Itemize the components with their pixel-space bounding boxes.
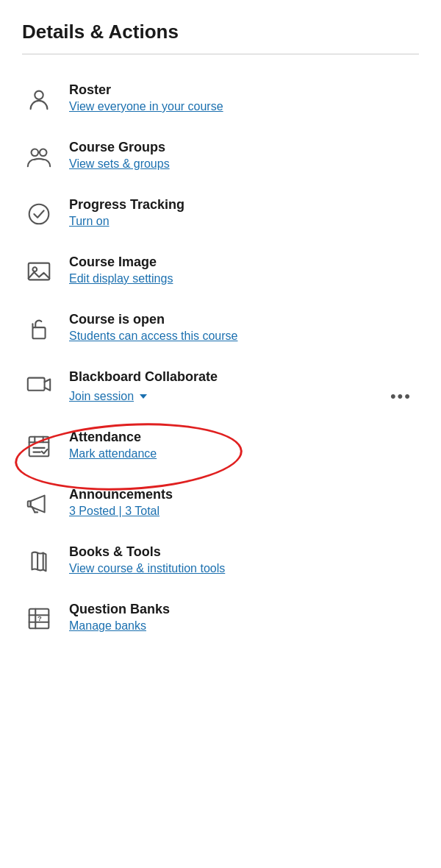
attendance-title: Attendance: [69, 430, 419, 445]
svg-point-2: [40, 149, 47, 157]
list-item: Books & Tools View course & institution …: [22, 533, 419, 590]
join-session-link[interactable]: Join session: [69, 390, 134, 403]
course-open-icon: [22, 312, 56, 346]
progress-tracking-icon: [22, 197, 56, 231]
actions-list: Roster View everyone in your course Cour…: [22, 71, 419, 647]
svg-rect-6: [32, 327, 45, 338]
list-item: Course Image Edit display settings: [22, 243, 419, 300]
progress-tracking-content: Progress Tracking Turn on: [69, 197, 419, 228]
collaborate-content: Blackboard Collaborate Join session •••: [69, 369, 419, 406]
collaborate-title: Blackboard Collaborate: [69, 369, 419, 385]
svg-text:?: ?: [37, 614, 42, 622]
svg-point-0: [35, 91, 43, 99]
books-tools-content: Books & Tools View course & institution …: [69, 544, 419, 575]
books-tools-title: Books & Tools: [69, 544, 419, 560]
course-groups-link[interactable]: View sets & groups: [69, 157, 170, 170]
turn-on-link[interactable]: Turn on: [69, 215, 110, 227]
roster-icon: [22, 82, 56, 116]
roster-title: Roster: [69, 82, 419, 98]
course-groups-title: Course Groups: [69, 140, 419, 155]
svg-point-1: [32, 149, 39, 157]
attendance-content: Attendance Mark attendance: [69, 430, 419, 460]
svg-point-5: [32, 267, 37, 271]
svg-rect-15: [28, 501, 31, 507]
list-item: Course Groups View sets & groups: [22, 128, 419, 185]
manage-banks-link[interactable]: Manage banks: [69, 619, 146, 632]
attendance-list-item: Attendance Mark attendance: [22, 418, 419, 475]
page-title: Details & Actions: [22, 21, 419, 43]
edit-display-link[interactable]: Edit display settings: [69, 272, 173, 285]
course-image-content: Course Image Edit display settings: [69, 255, 419, 285]
svg-rect-9: [29, 437, 49, 457]
svg-rect-8: [28, 378, 45, 391]
announcements-icon: [22, 487, 56, 521]
course-groups-icon: [22, 140, 56, 174]
view-tools-link[interactable]: View course & institution tools: [69, 562, 225, 574]
join-session-dropdown[interactable]: [140, 394, 147, 399]
course-open-title: Course is open: [69, 312, 419, 327]
question-banks-content: Question Banks Manage banks: [69, 602, 419, 633]
collaborate-link-row: Join session •••: [69, 387, 419, 406]
mark-attendance-link[interactable]: Mark attendance: [69, 447, 157, 460]
course-open-content: Course is open Students can access this …: [69, 312, 419, 343]
list-item: Course is open Students can access this …: [22, 300, 419, 357]
list-item: ? Question Banks Manage banks: [22, 590, 419, 647]
roster-content: Roster View everyone in your course: [69, 82, 419, 113]
announcements-title: Announcements: [69, 487, 419, 502]
students-access-link[interactable]: Students can access this course: [69, 330, 237, 342]
section-divider: [22, 54, 419, 54]
svg-point-3: [29, 204, 49, 224]
books-tools-icon: [22, 544, 56, 578]
list-item: Blackboard Collaborate Join session •••: [22, 357, 419, 418]
announcements-content: Announcements 3 Posted | 3 Total: [69, 487, 419, 518]
question-banks-icon: ?: [22, 602, 56, 636]
more-options-button[interactable]: •••: [390, 387, 419, 406]
question-banks-title: Question Banks: [69, 602, 419, 617]
list-item: Roster View everyone in your course: [22, 71, 419, 128]
collaborate-icon: [22, 369, 56, 403]
course-image-title: Course Image: [69, 255, 419, 270]
list-item: Progress Tracking Turn on: [22, 185, 419, 243]
course-image-icon: [22, 255, 56, 288]
roster-link[interactable]: View everyone in your course: [69, 100, 223, 113]
announcements-link[interactable]: 3 Posted | 3 Total: [69, 505, 159, 517]
attendance-icon: [22, 430, 56, 463]
list-item: Announcements 3 Posted | 3 Total: [22, 475, 419, 533]
progress-tracking-title: Progress Tracking: [69, 197, 419, 213]
course-groups-content: Course Groups View sets & groups: [69, 140, 419, 171]
